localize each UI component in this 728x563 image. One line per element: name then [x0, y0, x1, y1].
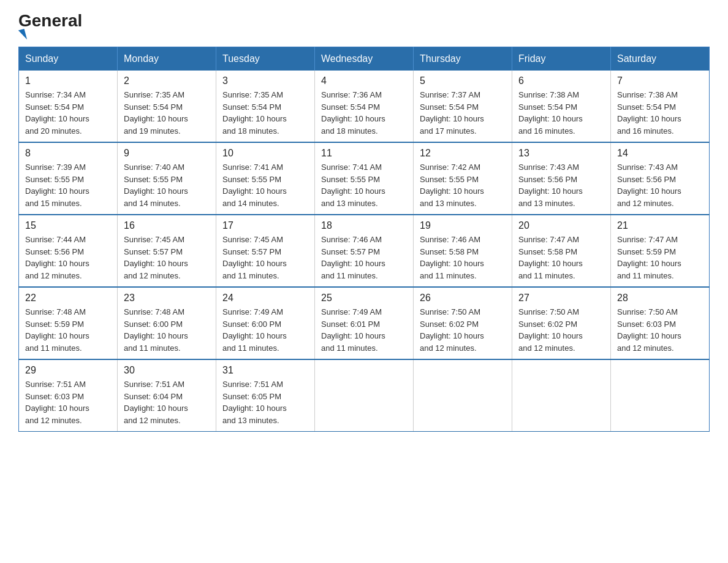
weekday-header-saturday: Saturday: [611, 47, 710, 71]
day-number: 18: [321, 220, 407, 231]
calendar-cell: 16 Sunrise: 7:45 AM Sunset: 5:57 PM Dayl…: [118, 215, 216, 287]
calendar-cell: 15 Sunrise: 7:44 AM Sunset: 5:56 PM Dayl…: [19, 215, 118, 287]
calendar-cell: 12 Sunrise: 7:42 AM Sunset: 5:55 PM Dayl…: [414, 142, 512, 215]
calendar-cell: 14 Sunrise: 7:43 AM Sunset: 5:56 PM Dayl…: [611, 142, 710, 215]
day-info: Sunrise: 7:51 AM Sunset: 6:04 PM Dayligh…: [124, 378, 210, 426]
day-number: 25: [321, 293, 407, 304]
day-number: 11: [321, 148, 407, 159]
day-info: Sunrise: 7:38 AM Sunset: 5:54 PM Dayligh…: [518, 89, 604, 137]
calendar-cell: 24 Sunrise: 7:49 AM Sunset: 6:00 PM Dayl…: [216, 287, 315, 359]
day-info: Sunrise: 7:49 AM Sunset: 6:00 PM Dayligh…: [222, 306, 308, 354]
day-number: 16: [124, 220, 210, 231]
day-number: 26: [420, 293, 506, 304]
calendar-cell: 30 Sunrise: 7:51 AM Sunset: 6:04 PM Dayl…: [118, 359, 216, 432]
day-number: 13: [518, 148, 604, 159]
day-info: Sunrise: 7:37 AM Sunset: 5:54 PM Dayligh…: [420, 89, 506, 137]
calendar-cell: 31 Sunrise: 7:51 AM Sunset: 6:05 PM Dayl…: [216, 359, 315, 432]
day-number: 31: [222, 365, 308, 376]
calendar-cell: 6 Sunrise: 7:38 AM Sunset: 5:54 PM Dayli…: [512, 71, 611, 142]
day-number: 10: [222, 148, 308, 159]
calendar-cell: [414, 359, 512, 432]
day-number: 1: [25, 75, 111, 86]
calendar-cell: 10 Sunrise: 7:41 AM Sunset: 5:55 PM Dayl…: [216, 142, 315, 215]
day-info: Sunrise: 7:46 AM Sunset: 5:58 PM Dayligh…: [420, 234, 506, 282]
day-info: Sunrise: 7:50 AM Sunset: 6:02 PM Dayligh…: [420, 306, 506, 354]
day-number: 28: [617, 293, 703, 304]
calendar-cell: 21 Sunrise: 7:47 AM Sunset: 5:59 PM Dayl…: [611, 215, 710, 287]
day-info: Sunrise: 7:51 AM Sunset: 6:05 PM Dayligh…: [222, 378, 308, 426]
logo: General: [18, 12, 82, 40]
calendar-cell: 25 Sunrise: 7:49 AM Sunset: 6:01 PM Dayl…: [315, 287, 414, 359]
day-info: Sunrise: 7:45 AM Sunset: 5:57 PM Dayligh…: [124, 234, 210, 282]
calendar-cell: 1 Sunrise: 7:34 AM Sunset: 5:54 PM Dayli…: [19, 71, 118, 142]
day-number: 14: [617, 148, 703, 159]
calendar-cell: 19 Sunrise: 7:46 AM Sunset: 5:58 PM Dayl…: [414, 215, 512, 287]
day-number: 9: [124, 148, 210, 159]
day-number: 22: [25, 293, 111, 304]
calendar-cell: 28 Sunrise: 7:50 AM Sunset: 6:03 PM Dayl…: [611, 287, 710, 359]
calendar-table: SundayMondayTuesdayWednesdayThursdayFrid…: [18, 47, 710, 432]
day-info: Sunrise: 7:47 AM Sunset: 5:59 PM Dayligh…: [617, 234, 703, 282]
calendar-cell: 27 Sunrise: 7:50 AM Sunset: 6:02 PM Dayl…: [512, 287, 611, 359]
day-info: Sunrise: 7:35 AM Sunset: 5:54 PM Dayligh…: [124, 89, 210, 137]
day-number: 20: [518, 220, 604, 231]
day-number: 30: [124, 365, 210, 376]
calendar-cell: [512, 359, 611, 432]
calendar-cell: 5 Sunrise: 7:37 AM Sunset: 5:54 PM Dayli…: [414, 71, 512, 142]
day-number: 19: [420, 220, 506, 231]
day-info: Sunrise: 7:41 AM Sunset: 5:55 PM Dayligh…: [222, 161, 308, 209]
weekday-header-thursday: Thursday: [414, 47, 512, 71]
day-number: 12: [420, 148, 506, 159]
day-number: 15: [25, 220, 111, 231]
page-header: General: [18, 12, 710, 40]
day-info: Sunrise: 7:48 AM Sunset: 6:00 PM Dayligh…: [124, 306, 210, 354]
day-info: Sunrise: 7:36 AM Sunset: 5:54 PM Dayligh…: [321, 89, 407, 137]
calendar-week-row: 1 Sunrise: 7:34 AM Sunset: 5:54 PM Dayli…: [19, 71, 710, 142]
day-info: Sunrise: 7:34 AM Sunset: 5:54 PM Dayligh…: [25, 89, 111, 137]
day-info: Sunrise: 7:41 AM Sunset: 5:55 PM Dayligh…: [321, 161, 407, 209]
calendar-week-row: 29 Sunrise: 7:51 AM Sunset: 6:03 PM Dayl…: [19, 359, 710, 432]
day-number: 3: [222, 75, 308, 86]
day-number: 24: [222, 293, 308, 304]
calendar-week-row: 15 Sunrise: 7:44 AM Sunset: 5:56 PM Dayl…: [19, 215, 710, 287]
day-number: 29: [25, 365, 111, 376]
day-info: Sunrise: 7:43 AM Sunset: 5:56 PM Dayligh…: [617, 161, 703, 209]
calendar-cell: 2 Sunrise: 7:35 AM Sunset: 5:54 PM Dayli…: [118, 71, 216, 142]
day-info: Sunrise: 7:49 AM Sunset: 6:01 PM Dayligh…: [321, 306, 407, 354]
day-info: Sunrise: 7:48 AM Sunset: 5:59 PM Dayligh…: [25, 306, 111, 354]
calendar-cell: 4 Sunrise: 7:36 AM Sunset: 5:54 PM Dayli…: [315, 71, 414, 142]
weekday-header-sunday: Sunday: [19, 47, 118, 71]
day-number: 27: [518, 293, 604, 304]
day-number: 17: [222, 220, 308, 231]
calendar-cell: 22 Sunrise: 7:48 AM Sunset: 5:59 PM Dayl…: [19, 287, 118, 359]
calendar-cell: [611, 359, 710, 432]
calendar-cell: 11 Sunrise: 7:41 AM Sunset: 5:55 PM Dayl…: [315, 142, 414, 215]
day-number: 4: [321, 75, 407, 86]
weekday-header-row: SundayMondayTuesdayWednesdayThursdayFrid…: [19, 47, 710, 71]
day-info: Sunrise: 7:42 AM Sunset: 5:55 PM Dayligh…: [420, 161, 506, 209]
weekday-header-wednesday: Wednesday: [315, 47, 414, 71]
calendar-cell: [315, 359, 414, 432]
calendar-cell: 26 Sunrise: 7:50 AM Sunset: 6:02 PM Dayl…: [414, 287, 512, 359]
weekday-header-tuesday: Tuesday: [216, 47, 315, 71]
calendar-cell: 29 Sunrise: 7:51 AM Sunset: 6:03 PM Dayl…: [19, 359, 118, 432]
logo-general-text: General: [18, 12, 82, 29]
weekday-header-friday: Friday: [512, 47, 611, 71]
day-info: Sunrise: 7:50 AM Sunset: 6:03 PM Dayligh…: [617, 306, 703, 354]
logo-triangle-icon: [18, 29, 27, 41]
day-info: Sunrise: 7:50 AM Sunset: 6:02 PM Dayligh…: [518, 306, 604, 354]
day-info: Sunrise: 7:45 AM Sunset: 5:57 PM Dayligh…: [222, 234, 308, 282]
calendar-cell: 18 Sunrise: 7:46 AM Sunset: 5:57 PM Dayl…: [315, 215, 414, 287]
day-number: 8: [25, 148, 111, 159]
calendar-cell: 13 Sunrise: 7:43 AM Sunset: 5:56 PM Dayl…: [512, 142, 611, 215]
calendar-cell: 7 Sunrise: 7:38 AM Sunset: 5:54 PM Dayli…: [611, 71, 710, 142]
day-info: Sunrise: 7:43 AM Sunset: 5:56 PM Dayligh…: [518, 161, 604, 209]
day-number: 6: [518, 75, 604, 86]
weekday-header-monday: Monday: [118, 47, 216, 71]
day-number: 7: [617, 75, 703, 86]
calendar-cell: 3 Sunrise: 7:35 AM Sunset: 5:54 PM Dayli…: [216, 71, 315, 142]
calendar-cell: 8 Sunrise: 7:39 AM Sunset: 5:55 PM Dayli…: [19, 142, 118, 215]
day-number: 21: [617, 220, 703, 231]
calendar-week-row: 8 Sunrise: 7:39 AM Sunset: 5:55 PM Dayli…: [19, 142, 710, 215]
day-number: 2: [124, 75, 210, 86]
